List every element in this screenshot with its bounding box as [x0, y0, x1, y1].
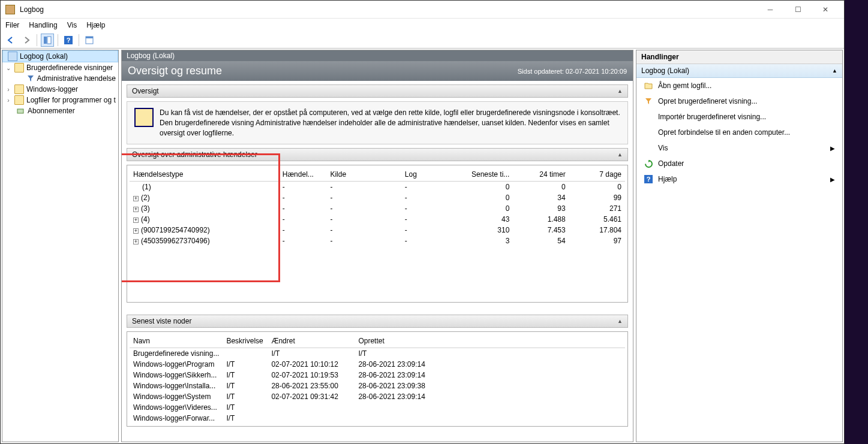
table-row[interactable]: Windows-logger\SystemI/T02-07-2021 09:31… [130, 391, 625, 402]
cell-type: +(4) [130, 214, 279, 225]
section-nodes-header[interactable]: Senest viste noder ▲ [127, 315, 628, 328]
svg-rect-1 [47, 37, 51, 44]
info-icon [134, 108, 154, 127]
tree-custom-views[interactable]: ⌄ Brugerdefinerede visninger [2, 62, 118, 73]
tree-admin-events[interactable]: Administrative hændelse [2, 73, 118, 84]
action-open-saved-log[interactable]: Åbn gemt logfil... [636, 78, 842, 93]
col-name[interactable]: Navn [130, 334, 223, 348]
tree-windows-logs[interactable]: › Windows-logger [2, 84, 118, 95]
tree-subscriptions[interactable]: Abonnementer [2, 105, 118, 116]
show-tree-button[interactable] [41, 34, 54, 47]
table-row[interactable]: Windows-logger\Videres...I/T [130, 402, 625, 413]
tree-app-logs[interactable]: › Logfiler for programmer og t [2, 95, 118, 105]
maximize-button[interactable]: ☐ [784, 1, 812, 19]
section-nodes-title: Senest viste noder [132, 317, 191, 325]
actions-pane: Handlinger Logbog (Lokal) ▲ Åbn gemt log… [636, 50, 843, 442]
col-24h[interactable]: 24 timer [513, 168, 569, 182]
table-row[interactable]: +(2)---03499 [130, 192, 625, 203]
cell-name: Windows-logger\Program [130, 359, 223, 370]
cell-latest: 0 [457, 192, 513, 203]
cell-type: +(2) [130, 192, 279, 203]
tree-root[interactable]: Logbog (Lokal) [2, 50, 118, 62]
close-button[interactable]: ✕ [812, 1, 839, 19]
expand-icon[interactable]: › [5, 97, 12, 104]
table-row[interactable]: Windows-logger\ProgramI/T02-07-2021 10:1… [130, 359, 625, 370]
action-refresh[interactable]: Opdater [636, 156, 842, 171]
admin-events-table: Hændelsestype Hændel... Kilde Log Senest… [130, 168, 625, 246]
cell-created: I/T [355, 348, 625, 360]
actions-subheader[interactable]: Logbog (Lokal) ▲ [636, 64, 842, 78]
expand-icon[interactable]: + [133, 218, 139, 223]
expand-icon[interactable]: + [133, 239, 139, 244]
col-modified[interactable]: Ændret [268, 334, 355, 348]
svg-rect-6 [17, 109, 23, 113]
action-import-custom-view[interactable]: Importér brugerdefineret visning... [636, 109, 842, 125]
collapse-icon[interactable]: ⌄ [5, 65, 12, 71]
col-source[interactable]: Kilde [326, 168, 401, 182]
help-icon: ? [644, 174, 653, 184]
logbook-icon [8, 52, 17, 61]
back-button[interactable] [4, 34, 17, 47]
expand-icon[interactable]: + [133, 196, 139, 201]
section-overview-header[interactable]: Oversigt ▲ [127, 84, 628, 98]
cell-7d: 5.461 [569, 214, 625, 225]
col-7d[interactable]: 7 dage [569, 168, 625, 182]
cell-desc [223, 348, 268, 360]
table-row[interactable]: +(4503599627370496)---35497 [130, 235, 625, 246]
cell-id: - [279, 192, 327, 203]
svg-text:?: ? [67, 37, 71, 44]
cell-modified: 02-07-2021 09:31:42 [268, 391, 355, 402]
cell-source: - [326, 192, 401, 203]
cell-type: +(3) [130, 203, 279, 214]
table-row[interactable]: Windows-logger\Sikkerh...I/T02-07-2021 1… [130, 370, 625, 380]
cell-created: 28-06-2021 23:09:14 [355, 370, 625, 380]
cell-24h: 93 [513, 203, 569, 214]
action-create-custom-view[interactable]: Opret brugerdefineret visning... [636, 93, 842, 109]
cell-name: Windows-logger\System [130, 391, 223, 402]
col-latest[interactable]: Seneste ti... [457, 168, 513, 182]
expand-icon[interactable]: + [133, 207, 139, 212]
filter-icon [644, 96, 653, 106]
recent-nodes-box: Navn Beskrivelse Ændret Oprettet Brugerd… [127, 331, 628, 427]
cell-latest: 0 [457, 182, 513, 193]
col-type[interactable]: Hændelsestype [130, 168, 279, 182]
expand-icon[interactable]: › [5, 86, 12, 93]
forward-button[interactable] [20, 34, 33, 47]
action-view[interactable]: Vis ▶ [636, 140, 842, 156]
col-log[interactable]: Log [401, 168, 457, 182]
collapse-icon: ▲ [832, 68, 837, 74]
menu-view[interactable]: Vis [67, 21, 77, 29]
col-created[interactable]: Oprettet [355, 334, 625, 348]
col-desc[interactable]: Beskrivelse [223, 334, 268, 348]
col-id[interactable]: Hændel... [279, 168, 327, 182]
cell-id: - [279, 214, 327, 225]
cell-id: - [279, 182, 327, 193]
table-row[interactable]: +(9007199254740992)---3107.45317.804 [130, 225, 625, 235]
cell-modified: 02-07-2021 10:19:53 [268, 370, 355, 380]
table-row[interactable]: Brugerdefinerede visning...I/TI/T [130, 348, 625, 360]
menu-action[interactable]: Handling [29, 21, 57, 29]
panel-button[interactable] [83, 34, 96, 47]
menu-file[interactable]: Filer [5, 21, 19, 29]
section-overview-title: Oversigt [132, 87, 159, 95]
folder-icon [14, 63, 24, 73]
toolbar-separator [37, 34, 37, 46]
help-button[interactable]: ? [62, 34, 75, 47]
table-row[interactable]: (1)---000 [130, 182, 625, 193]
menu-help[interactable]: Hjælp [86, 21, 105, 29]
table-row[interactable]: Windows-logger\Installa...I/T28-06-2021 … [130, 380, 625, 391]
minimize-button[interactable]: ─ [756, 1, 784, 19]
cell-24h: 54 [513, 235, 569, 246]
cell-source: - [326, 182, 401, 193]
section-admin-header[interactable]: Oversigt over administrative hændelser ▲ [127, 148, 628, 161]
svg-text:?: ? [647, 176, 651, 183]
cell-id: - [279, 225, 327, 235]
expand-icon[interactable]: + [133, 228, 139, 234]
table-row[interactable]: Windows-logger\Forwar...I/T [130, 413, 625, 424]
tree-app-logs-label: Logfiler for programmer og t [26, 96, 116, 104]
action-help[interactable]: ? Hjælp ▶ [636, 171, 842, 187]
action-connect-computer[interactable]: Opret forbindelse til en anden computer.… [636, 125, 842, 140]
cell-name: Windows-logger\Videres... [130, 402, 223, 413]
table-row[interactable]: +(4)---431.4885.461 [130, 214, 625, 225]
table-row[interactable]: +(3)---093271 [130, 203, 625, 214]
